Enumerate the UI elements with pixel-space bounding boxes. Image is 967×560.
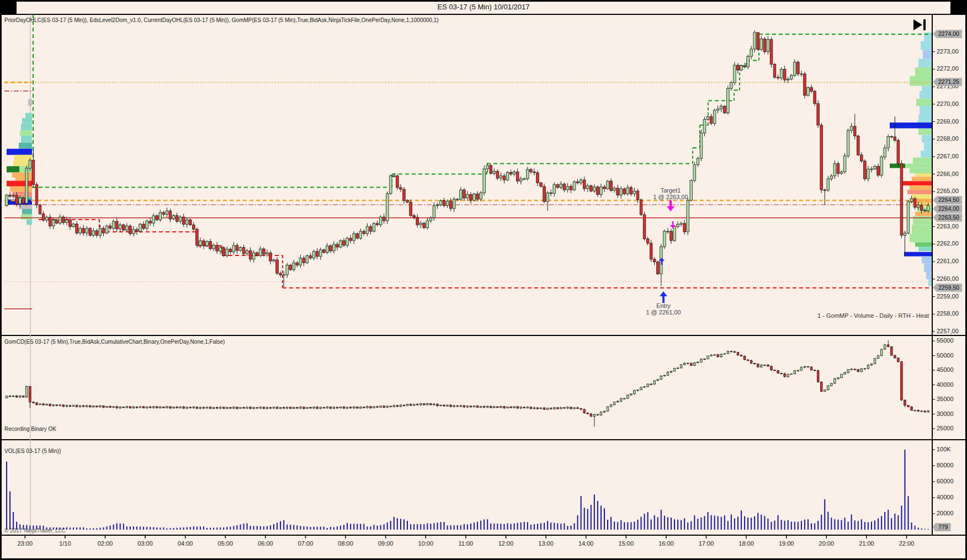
- entry-annotation: Entry 1 @ 2261,00: [625, 302, 702, 316]
- time-axis-label: 11:00: [459, 540, 474, 547]
- price-axis-tick-label: 2268,00: [937, 135, 959, 142]
- ninjatrader-chart-window: ES 03-17 (5 Min) 10/01/2017 PriorDayOHLC…: [0, 0, 967, 560]
- gommp-legend: 1 - GomMP - Volume - Daily - RTH - Heat: [817, 312, 929, 319]
- time-axis-label: 07:00: [298, 540, 314, 547]
- price-level-tag: 2259,50: [933, 284, 962, 292]
- time-axis-label: 10:00: [418, 540, 434, 547]
- time-axis-label: 14:00: [578, 540, 594, 547]
- price-axis-tick-label: 2266,00: [937, 170, 959, 177]
- price-axis-tick-label: 2260,00: [937, 275, 959, 282]
- price-axis-tick-label: 2262,00: [937, 240, 959, 247]
- time-axis-label: 08:00: [338, 540, 353, 547]
- cd-axis-tick-label: 40000: [937, 381, 954, 388]
- time-axis-label: 15:00: [619, 540, 634, 547]
- price-axis-tick-label: 2257,00: [937, 328, 959, 334]
- entry-label: Entry: [625, 302, 702, 309]
- price-level-tag: 2264,50: [933, 196, 962, 204]
- price-axis-tick-label: 2261,00: [937, 258, 959, 264]
- entry-price: 1 @ 2261,00: [625, 309, 702, 316]
- cd-axis-tick-label: 50000: [937, 352, 954, 359]
- cd-axis-tick-label: 55000: [937, 337, 954, 344]
- time-axis-label: 03:00: [137, 540, 153, 547]
- target1-annotation: Target1 1 @ 2263,00: [632, 187, 709, 200]
- time-axis-label: 23:00: [18, 540, 33, 547]
- time-axis-label: 04:00: [178, 540, 193, 547]
- time-axis-label: 19:00: [779, 540, 794, 547]
- time-axis-label: 17:00: [699, 540, 714, 547]
- price-panel-indicator-label: PriorDayOHLC(ES 03-17 (5 Min)), EdsLevel…: [4, 17, 439, 23]
- volume-axis-tick-label: 100K: [937, 446, 951, 452]
- time-axis-label: 02:00: [98, 540, 113, 547]
- cd-panel-indicator-label: GomCD(ES 03-17 (5 Min),True,BidAsk,Cumul…: [4, 339, 225, 345]
- time-axis-label: 21:00: [859, 540, 874, 547]
- price-axis-tick-label: 2269,00: [937, 118, 959, 125]
- price-level-tag: 2271,25: [933, 78, 962, 86]
- volume-axis-tick-label: 40000: [937, 494, 954, 500]
- volume-axis-tick-label: 60000: [937, 478, 954, 484]
- last-volume-tag: 779: [933, 523, 951, 531]
- time-axis-label: 06:00: [258, 540, 273, 547]
- cd-axis-tick-label: 30000: [937, 410, 954, 417]
- cd-axis-tick-label: 35000: [937, 396, 954, 402]
- price-axis-tick-label: 2270,00: [937, 100, 959, 107]
- volume-axis-tick-label: 20000: [937, 510, 954, 516]
- target1-label: Target1: [632, 187, 709, 194]
- price-axis-tick-label: 2263,00: [937, 223, 959, 230]
- price-axis-tick-label: 2258,00: [937, 310, 959, 317]
- time-axis-label: 16:00: [658, 540, 674, 547]
- recording-status: Recording Binary OK: [4, 426, 56, 432]
- copyright-label: © 2017 NinjaTrader, LLC: [4, 527, 65, 534]
- price-axis-tick-label: 2272,00: [937, 65, 959, 72]
- price-axis-tick-label: 2265,00: [937, 188, 959, 194]
- time-axis-label: 09:00: [378, 540, 394, 547]
- cd-axis-tick-label: 45000: [937, 366, 954, 373]
- chart-plot-area[interactable]: [0, 0, 967, 560]
- time-axis-label: 13:00: [538, 540, 554, 547]
- go-to-last-bar-icon[interactable]: [913, 19, 928, 31]
- time-axis-label: 12:00: [498, 540, 514, 547]
- time-axis-label: 1/10: [59, 540, 71, 547]
- time-axis-label: 18:00: [738, 540, 754, 547]
- cd-axis-tick-label: 25000: [937, 425, 954, 431]
- price-axis-tick-label: 2273,00: [937, 48, 959, 55]
- volume-axis-tick-label: 80000: [937, 462, 954, 468]
- time-axis-label: 05:00: [218, 540, 233, 547]
- price-level-tag: 2263,50: [933, 214, 962, 222]
- price-axis-tick-label: 2267,00: [937, 153, 959, 159]
- volume-panel-indicator-label: VOL(ES 03-17 (5 Min)): [4, 448, 61, 454]
- price-level-tag: 2264,00: [933, 205, 962, 213]
- price-level-tag: 2274,00: [933, 30, 962, 38]
- time-axis-label: 22:00: [899, 540, 915, 547]
- target1-price: 1 @ 2263,00: [632, 194, 709, 200]
- time-axis-label: 20:00: [819, 540, 835, 547]
- price-axis-tick-label: 2259,00: [937, 293, 959, 300]
